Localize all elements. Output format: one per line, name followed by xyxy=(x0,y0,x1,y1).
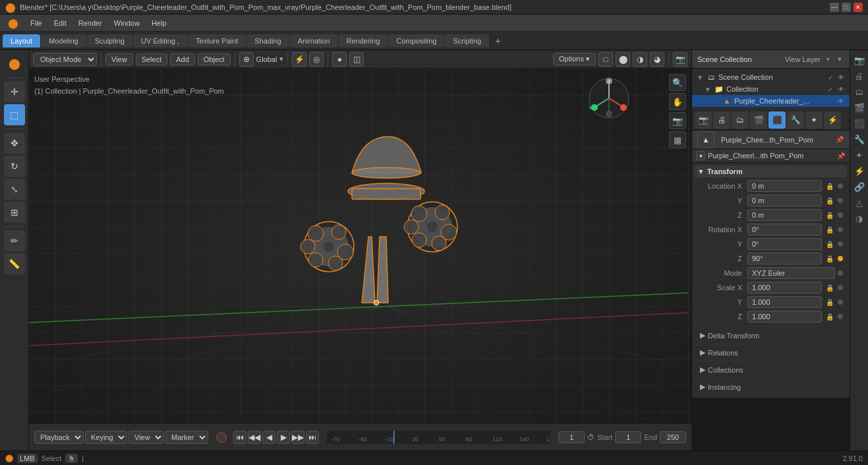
measure-tool[interactable]: 📏 xyxy=(4,253,25,274)
add-workspace-button[interactable]: + xyxy=(490,33,506,49)
location-x-value[interactable]: 0 m xyxy=(747,180,822,192)
maximize-button[interactable]: □ xyxy=(842,3,851,12)
ws-tab-texture-paint[interactable]: Texture Paint xyxy=(188,34,246,47)
view-menu-btn[interactable]: View xyxy=(105,53,133,65)
sc-collection-item[interactable]: ▼ 📁 Collection ✓ 👁 xyxy=(692,83,850,95)
sc-root-eye[interactable]: 👁 xyxy=(836,73,846,82)
keying-dropdown[interactable]: Keying xyxy=(85,431,127,444)
start-frame-input[interactable] xyxy=(615,431,641,443)
ws-tab-scripting[interactable]: Scripting xyxy=(445,34,489,47)
rotation-y-value[interactable]: 0° xyxy=(747,238,822,250)
location-x-dot[interactable] xyxy=(838,183,843,189)
move-tool[interactable]: ✥ xyxy=(4,133,25,154)
menu-help[interactable]: Help xyxy=(146,18,172,28)
add-menu-btn[interactable]: Add xyxy=(170,53,195,65)
marker-dropdown[interactable]: Marker xyxy=(165,431,208,444)
ri-data-btn[interactable]: △ xyxy=(852,195,867,210)
physics-props-btn[interactable]: ⚡ xyxy=(824,111,841,129)
scale-y-value[interactable]: 1.000 xyxy=(747,296,822,308)
mode-dot[interactable] xyxy=(838,270,843,276)
next-frame-btn[interactable]: ▶▶ xyxy=(291,431,304,444)
rotate-tool[interactable]: ↻ xyxy=(4,156,25,177)
minimize-button[interactable]: — xyxy=(830,3,839,12)
rotation-z-dot keyed[interactable] xyxy=(838,256,843,261)
ri-output-btn[interactable]: 🖨 xyxy=(852,69,867,83)
prev-frame-btn[interactable]: ◀ xyxy=(262,431,275,444)
delta-transform-header[interactable]: ▶ Delta Transform xyxy=(695,330,847,341)
close-button[interactable]: ✕ xyxy=(854,3,863,12)
options-btn[interactable]: Options ▾ xyxy=(553,53,596,65)
ws-tab-compositing[interactable]: Compositing xyxy=(388,34,444,47)
hand-tool-btn[interactable]: ✋ xyxy=(669,93,686,110)
zoom-in-btn[interactable]: 🔍 xyxy=(669,74,686,91)
jump-end-btn[interactable]: ⏭ xyxy=(306,431,319,444)
location-z-lock[interactable]: 🔒 xyxy=(825,210,835,220)
end-frame-input[interactable] xyxy=(660,431,686,443)
shading-render-btn[interactable]: ◕ xyxy=(650,52,664,67)
ws-tab-modeling[interactable]: Modeling xyxy=(41,34,86,47)
data-pin-btn[interactable]: 📌 xyxy=(836,151,846,160)
scale-z-dot[interactable] xyxy=(838,314,843,319)
modifier-props-btn[interactable]: 🔧 xyxy=(787,111,804,129)
record-btn[interactable] xyxy=(216,432,227,443)
scene-menu-btn[interactable]: ▾ xyxy=(823,55,832,64)
ri-render-btn[interactable]: 📷 xyxy=(852,53,867,67)
sc-collection-eye[interactable]: 👁 xyxy=(836,84,846,94)
nav-gizmo[interactable]: Z X Y xyxy=(586,75,632,123)
ri-viewlayer-btn[interactable]: 🗂 xyxy=(852,84,867,99)
sc-object-item[interactable]: ▶ ▲ Purple_Cheerleader_... 👁 xyxy=(692,95,850,107)
scene-collection-root[interactable]: ▼ 🗂 Scene Collection ✓ 👁 xyxy=(692,71,850,83)
scale-x-dot[interactable] xyxy=(838,285,843,290)
rotation-y-dot[interactable] xyxy=(838,241,843,247)
relations-header[interactable]: ▶ Relations xyxy=(695,347,847,358)
jump-start-btn[interactable]: ⏮ xyxy=(233,431,246,444)
ws-tab-sculpting[interactable]: Sculpting xyxy=(87,34,132,47)
mode-value[interactable]: XYZ Euler xyxy=(747,267,835,279)
location-y-dot[interactable] xyxy=(838,198,843,203)
ri-scene-btn[interactable]: 🎬 xyxy=(852,100,867,115)
output-props-btn[interactable]: 🖨 xyxy=(713,111,730,129)
scene-props-btn[interactable]: 🎬 xyxy=(750,111,767,129)
view-dropdown[interactable]: View xyxy=(129,431,164,444)
location-y-value[interactable]: 0 m xyxy=(747,195,822,206)
ws-tab-shading[interactable]: Shading xyxy=(246,34,289,47)
render-props-btn[interactable]: 📷 xyxy=(695,111,712,129)
menu-edit[interactable]: Edit xyxy=(49,18,72,28)
menu-render[interactable]: Render xyxy=(73,18,107,28)
sc-object-eye[interactable]: 👁 xyxy=(836,96,846,106)
rotation-z-lock[interactable]: 🔒 xyxy=(825,253,835,264)
collections-header[interactable]: ▶ Collections xyxy=(695,364,847,375)
rotation-x-dot[interactable] xyxy=(838,227,843,232)
camera-view-btn[interactable]: 📷 xyxy=(673,52,687,67)
obj-pin-btn[interactable]: 📌 xyxy=(835,135,844,144)
camera-view-btn2[interactable]: 📷 xyxy=(669,112,686,129)
scale-x-lock[interactable]: 🔒 xyxy=(825,282,835,293)
scale-z-lock[interactable]: 🔒 xyxy=(825,311,835,322)
view-layer-props-btn[interactable]: 🗂 xyxy=(732,111,749,129)
ws-tab-uv-editing[interactable]: UV Editing , xyxy=(133,34,187,47)
ws-tab-animation[interactable]: Animation xyxy=(290,34,338,47)
scale-tool[interactable]: ⤡ xyxy=(4,179,25,200)
scale-z-value[interactable]: 1.000 xyxy=(747,311,822,323)
filter-btn[interactable]: ▼ xyxy=(835,55,844,64)
prev-keyframe-btn[interactable]: ◀◀ xyxy=(248,431,261,444)
ri-object-btn[interactable]: ⬛ xyxy=(852,116,867,131)
rotation-x-lock[interactable]: 🔒 xyxy=(825,224,835,235)
ws-tab-layout[interactable]: Layout xyxy=(3,34,40,47)
annotate-tool[interactable]: ✏ xyxy=(4,230,25,251)
playback-dropdown[interactable]: Playback xyxy=(34,431,84,444)
overlay-btn[interactable]: ● xyxy=(332,52,347,67)
ri-physics-btn[interactable]: ⚡ xyxy=(852,164,867,178)
play-btn[interactable]: ▶ xyxy=(277,431,290,444)
particles-props-btn[interactable]: ✦ xyxy=(805,111,823,129)
viewport-canvas[interactable]: User Perspective (1) Collection | Purple… xyxy=(29,69,691,423)
ri-modifier-btn[interactable]: 🔧 xyxy=(852,132,867,146)
sc-collection-check[interactable]: ✓ xyxy=(826,84,835,94)
grid-view-btn[interactable]: ▦ xyxy=(669,131,686,148)
current-frame-input[interactable] xyxy=(558,431,585,443)
menu-blender[interactable]: ⬤ xyxy=(3,16,24,30)
scale-y-dot[interactable] xyxy=(838,299,843,305)
timeline-scrubber[interactable]: -70 -40 -10 20 50 80 110 140 170 xyxy=(327,431,550,444)
select-box-tool[interactable]: ⬚ xyxy=(4,104,25,125)
select-menu-btn[interactable]: Select xyxy=(136,53,168,65)
